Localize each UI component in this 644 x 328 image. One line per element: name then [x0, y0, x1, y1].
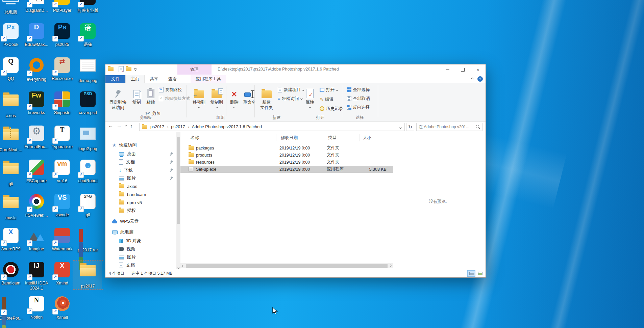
sidebar-item-文档[interactable]: 文档 — [119, 262, 173, 269]
desktop-icon-FSViewer-[interactable]: ↗FSViewer.... — [22, 193, 51, 218]
paste-shortcut-button[interactable]: ↗ 粘贴快捷方式 — [159, 95, 190, 102]
properties-button[interactable]: ✓ 属性 — [303, 85, 317, 108]
close-button[interactable]: × — [470, 64, 486, 75]
desktop-icon-Xshell[interactable]: ↗Xshell — [48, 295, 77, 320]
desktop-icon-DiagramD-[interactable]: ↗DiagramD... — [22, 0, 51, 13]
breadcrumb-item[interactable]: Adobe Photoshop v2017.1.6 Patched — [190, 123, 264, 131]
desktop-icon-PxCook[interactable]: Px↗PxCook — [0, 22, 25, 47]
column-header-类型[interactable]: 类型 — [327, 134, 360, 141]
hscroll-right-arrow[interactable] — [388, 263, 393, 268]
back-button[interactable]: ← — [108, 123, 113, 129]
desktop-icon-music[interactable]: music — [0, 193, 25, 221]
tab-共享[interactable]: 共享 — [145, 75, 163, 83]
thumbnails-view-button[interactable] — [476, 270, 484, 277]
breadcrumb-item[interactable]: ps2017 — [148, 123, 167, 131]
desktop-icon-Imagine[interactable]: ↗Imagine — [22, 227, 51, 252]
sidebar-item-视频[interactable]: 视频 — [119, 245, 173, 253]
desktop-icon-ps2017-rar[interactable]: ps2017.rar — [73, 227, 102, 253]
sidebar-item-桌面[interactable]: 桌面 — [119, 150, 173, 158]
desktop-icon-axios[interactable]: axios — [0, 90, 25, 118]
desktop-icon-AxureRP9[interactable]: X↗AxureRP9 — [0, 227, 25, 252]
select-none-button[interactable]: 全部取消 — [347, 95, 370, 102]
copy-path-button[interactable]: W 复制路径 — [159, 86, 182, 93]
desktop-icon-Xmind[interactable]: X↗Xmind — [48, 261, 77, 286]
desktop-icon-gif[interactable]: S>G↗gif — [73, 193, 102, 218]
properties-qat-icon[interactable]: ✓ — [119, 66, 124, 72]
desktop-icon-CoreNext--[interactable]: CoreNext-... — [0, 125, 25, 153]
help-icon[interactable]: ? — [477, 76, 483, 82]
details-view-button[interactable] — [467, 270, 475, 277]
select-all-button[interactable]: 全部选择 — [347, 86, 370, 93]
sidebar-item-图片[interactable]: 图片 — [119, 253, 173, 261]
desktop-icon-语雀[interactable]: 语↗语雀 — [73, 22, 102, 47]
sidebar-item-文档[interactable]: 文档 — [119, 158, 173, 166]
manage-contextual-label[interactable]: 管理 — [177, 64, 212, 75]
maximize-button[interactable] — [455, 64, 470, 75]
desktop-icon-Bandicam[interactable]: ↗Bandicam — [0, 261, 25, 286]
edit-button[interactable]: ✎ 编辑 — [320, 96, 333, 103]
forward-button[interactable]: → — [117, 123, 122, 129]
desktop-icon-cover-psd[interactable]: PSDcover.psd — [73, 90, 102, 115]
file-row-resources[interactable]: resources2019/12/19 0:00文件夹 — [180, 159, 393, 166]
search-icon[interactable] — [475, 125, 480, 129]
desktop-icon-Snipaste[interactable]: ↗Snipaste — [48, 90, 77, 115]
rename-button[interactable]: 重命名 — [241, 85, 257, 105]
pin-to-quick-access-button[interactable]: 固定到快 速访问 — [107, 85, 128, 110]
open-button[interactable]: 打开 — [320, 86, 338, 93]
breadcrumb-item[interactable]: ps2017 — [169, 123, 187, 131]
hscroll-thumb[interactable] — [186, 264, 388, 268]
tab-主页[interactable]: 主页 — [125, 75, 145, 83]
collapse-ribbon-icon[interactable] — [471, 77, 474, 81]
copy-button[interactable]: 复制 — [130, 85, 143, 105]
column-header-修改日期[interactable]: 修改日期 — [279, 134, 323, 141]
qat-customize-caret[interactable] — [134, 68, 137, 70]
recent-locations-caret[interactable] — [125, 124, 127, 127]
delete-button[interactable]: × 删除 — [228, 85, 241, 108]
file-row-Set-up.exe[interactable]: Set-up.exe2019/12/19 0:00应用程序5,303 KB — [180, 166, 393, 173]
file-row-products[interactable]: products2019/12/19 0:00文件夹 — [180, 152, 393, 159]
desktop-icon-此电脑[interactable]: 此电脑 — [0, 0, 25, 15]
invert-selection-button[interactable]: 反向选择 — [347, 104, 370, 111]
desktop-icon-fireworks[interactable]: Fw↗fireworks — [22, 90, 51, 115]
search-input[interactable] — [417, 125, 475, 129]
sidebar-item-图片[interactable]: 图片 — [119, 174, 173, 182]
sidebar-item-ripro-v5[interactable]: ripro-v5 — [119, 199, 173, 206]
desktop-icon-ps2017[interactable]: ps2017 — [73, 261, 102, 289]
new-folder-button[interactable]: 新建 文件夹 — [257, 85, 276, 110]
hscroll-left-arrow[interactable] — [180, 263, 185, 268]
up-button[interactable]: ↑ — [130, 123, 133, 129]
sidebar-item-wps-cloud[interactable]: WPS云盘 — [112, 218, 173, 225]
desktop-icon-剪映专业版[interactable]: 剪↗剪映专业版 — [73, 0, 102, 13]
paste-button[interactable]: 粘贴 — [144, 85, 157, 105]
desktop-icon-EdrawMax-[interactable]: D↗EdrawMax... — [22, 22, 51, 47]
address-dropdown-caret[interactable] — [397, 125, 404, 130]
desktop-icon-vm16[interactable]: vm↗vm16 — [48, 159, 77, 184]
desktop-icon-logo2-png[interactable]: logo2.png — [73, 125, 102, 152]
desktop-icon-Typora-exe[interactable]: T↗Typora.exe — [48, 125, 77, 149]
desktop-icon-QQ[interactable]: Q↗QQ — [0, 56, 25, 81]
column-header-大小[interactable]: 大小 — [362, 134, 387, 141]
refresh-button[interactable]: ↻ — [406, 123, 414, 131]
sidebar-item-bandicam[interactable]: bandicam — [119, 191, 173, 198]
desktop-icon-Resize-exe[interactable]: ⇄↗Resize.exe — [48, 56, 77, 81]
nav-scrollbar[interactable] — [176, 132, 180, 270]
desktop-icon-Watermark[interactable]: ↗Watermark — [48, 227, 77, 252]
desktop-icon-CalibrePor-[interactable]: ↗CalibrePor... — [0, 295, 25, 321]
desktop-icon-demo-png[interactable]: demo.png — [73, 56, 102, 83]
horizontal-scrollbar[interactable] — [180, 263, 393, 268]
sidebar-item-quick-access[interactable]: ★快速访问 — [112, 141, 173, 149]
breadcrumb-bar[interactable]: ps2017›ps2017›Adobe Photoshop v2017.1.6 … — [139, 123, 405, 131]
new-folder-qat-icon[interactable] — [126, 67, 131, 71]
desktop-icon-ps2025[interactable]: Ps↗ps2025 — [48, 22, 77, 47]
desktop-icon-chatRobot[interactable]: ☻↗chatRobot — [73, 159, 102, 184]
sidebar-item-3D 对象[interactable]: 3D 对象 — [119, 237, 173, 245]
sidebar-item-this-pc[interactable]: 此电脑 — [112, 228, 173, 236]
file-row-packages[interactable]: packages2019/12/19 0:00文件夹 — [180, 144, 393, 152]
tab-文件[interactable]: 文件 — [105, 75, 125, 83]
desktop-icon-PotPlayer[interactable]: Player↗PotPlayer — [48, 0, 77, 13]
sidebar-item-授权[interactable]: 授权 — [119, 207, 173, 214]
tab-查看[interactable]: 查看 — [163, 75, 182, 83]
minimize-button[interactable] — [440, 64, 455, 75]
history-button[interactable]: 历史记录 — [320, 105, 343, 112]
desktop-icon-git[interactable]: git — [0, 159, 25, 187]
